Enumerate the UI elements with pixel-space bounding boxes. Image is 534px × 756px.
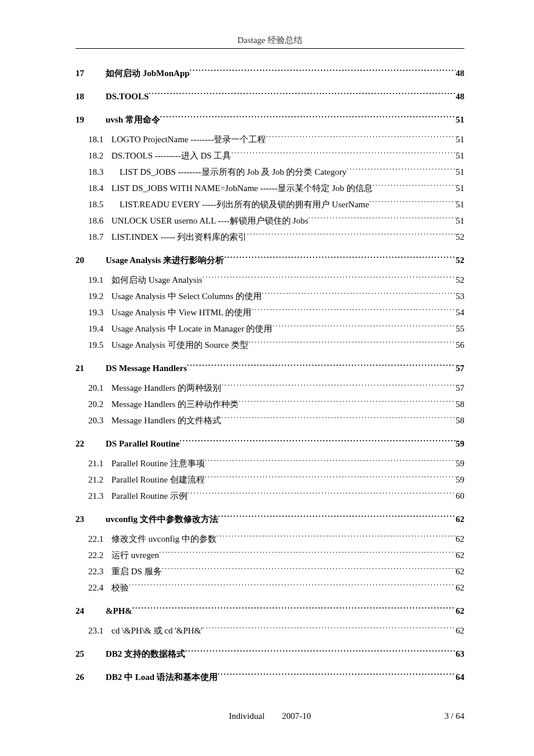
toc-section-entry[interactable]: 18.2DS.TOOLS ---------进入 DS 工具51 bbox=[75, 149, 464, 163]
toc-leader-dots bbox=[203, 624, 456, 634]
toc-entry-page: 59 bbox=[456, 473, 464, 487]
toc-section-entry[interactable]: 22.4校验62 bbox=[75, 581, 464, 595]
toc-section-entry[interactable]: 20.3Message Handlers 的文件格式58 bbox=[75, 413, 464, 427]
toc-entry-page: 48 bbox=[456, 66, 464, 80]
toc-section-entry[interactable]: 23.1cd \&PH\& 或 cd '&PH&'62 bbox=[75, 624, 464, 638]
toc-entry-number: 21.1 bbox=[88, 456, 111, 470]
toc-entry-number: 19 bbox=[75, 113, 106, 127]
toc-section-entry[interactable]: 22.3重启 DS 服务62 bbox=[75, 564, 464, 578]
toc-leader-dots bbox=[160, 113, 456, 123]
toc-entry-title: LOGTO ProjectName --------登录一个工程 bbox=[111, 132, 266, 146]
toc-entry-title: DB2 支持的数据格式 bbox=[106, 647, 185, 661]
toc-chapter-entry[interactable]: 22DS Parallel Routine59 bbox=[75, 437, 464, 451]
toc-chapter-entry[interactable]: 25DB2 支持的数据格式63 bbox=[75, 647, 464, 661]
toc-entry-title: LIST DS_JOBS WITH NAME=JobName ------显示某… bbox=[111, 181, 373, 195]
toc-leader-dots bbox=[205, 473, 456, 483]
document-page: Dastage 经验总结 17如何启动 JobMonApp4818DS.TOOL… bbox=[0, 0, 534, 756]
toc-entry-number: 26 bbox=[75, 670, 106, 684]
toc-entry-page: 62 bbox=[456, 512, 464, 526]
toc-entry-number: 18.3 bbox=[88, 165, 111, 179]
toc-entry-title: 重启 DS 服务 bbox=[111, 564, 162, 578]
toc-leader-dots bbox=[373, 182, 456, 192]
toc-entry-title: uvsh 常用命令 bbox=[106, 113, 160, 127]
toc-leader-dots bbox=[231, 149, 456, 159]
toc-section-entry[interactable]: 18.6UNLOCK USER userno ALL ----解锁用户锁住的 J… bbox=[75, 214, 464, 228]
toc-entry-page: 51 bbox=[456, 113, 464, 127]
toc-entry-page: 62 bbox=[456, 581, 464, 595]
toc-entry-page: 51 bbox=[456, 132, 464, 146]
toc-chapter-entry[interactable]: 21DS Message Handlers57 bbox=[75, 361, 464, 375]
toc-entry-title: Parallel Routine 注意事项 bbox=[111, 456, 205, 470]
toc-entry-title: Message Handlers 的两种级别 bbox=[111, 381, 221, 395]
toc-chapter-entry[interactable]: 19uvsh 常用命令51 bbox=[75, 113, 464, 127]
toc-entry-number: 20.2 bbox=[88, 397, 111, 411]
toc-entry-number: 19.4 bbox=[88, 322, 111, 336]
toc-entry-number: 19.3 bbox=[88, 305, 111, 319]
toc-leader-dots bbox=[221, 381, 456, 391]
toc-section-entry[interactable]: 18.7LIST.INDEX ----- 列出资料库的索引52 bbox=[75, 230, 464, 244]
toc-leader-dots bbox=[347, 165, 456, 175]
toc-section-entry[interactable]: 21.1Parallel Routine 注意事项59 bbox=[75, 456, 464, 470]
toc-entry-title: 如何启动 JobMonApp bbox=[106, 66, 190, 80]
toc-section-entry[interactable]: 18.4LIST DS_JOBS WITH NAME=JobName -----… bbox=[75, 181, 464, 195]
toc-section-entry[interactable]: 22.2运行 uvregen62 bbox=[75, 548, 464, 562]
toc-chapter-entry[interactable]: 17如何启动 JobMonApp48 bbox=[75, 66, 464, 80]
toc-entry-page: 54 bbox=[456, 305, 464, 319]
toc-entry-number: 19.1 bbox=[88, 273, 111, 287]
toc-entry-number: 22.2 bbox=[88, 548, 111, 562]
toc-entry-number: 19.5 bbox=[88, 338, 111, 352]
toc-chapter-entry[interactable]: 24&PH&62 bbox=[75, 604, 464, 618]
toc-leader-dots bbox=[149, 90, 456, 100]
toc-leader-dots bbox=[221, 414, 456, 424]
toc-section-entry[interactable]: 22.1修改文件 uvconfig 中的参数62 bbox=[75, 532, 464, 546]
toc-section-entry[interactable]: 19.1如何启动 Usage Analysis52 bbox=[75, 273, 464, 287]
toc-entry-number: 18.6 bbox=[88, 214, 111, 228]
toc-leader-dots bbox=[159, 549, 456, 559]
toc-chapter-entry[interactable]: 23uvconfig 文件中参数修改方法62 bbox=[75, 512, 464, 526]
toc-entry-page: 51 bbox=[456, 197, 464, 211]
toc-entry-title: Message Handlers 的文件格式 bbox=[111, 413, 221, 427]
toc-chapter-entry[interactable]: 20Usage Analysis 来进行影响分析52 bbox=[75, 253, 464, 267]
toc-section-entry[interactable]: 20.2Message Handlers 的三种动作种类58 bbox=[75, 397, 464, 411]
toc-leader-dots bbox=[224, 254, 456, 264]
toc-entry-number: 20.1 bbox=[88, 381, 111, 395]
toc-section-entry[interactable]: 18.3LIST DS_JOBS --------显示所有的 Job 及 Job… bbox=[75, 165, 464, 179]
toc-entry-number: 23 bbox=[75, 512, 106, 526]
toc-leader-dots bbox=[308, 214, 456, 224]
toc-section-entry[interactable]: 21.3Parallel Routine 示例60 bbox=[75, 489, 464, 503]
toc-section-entry[interactable]: 21.2Parallel Routine 创建流程59 bbox=[75, 473, 464, 487]
toc-section-entry[interactable]: 18.5LIST.READU EVERY -----列出所有的锁及锁的拥有用户 … bbox=[75, 197, 464, 211]
toc-entry-number: 18.2 bbox=[88, 149, 111, 163]
toc-entry-title: Usage Analysis 中 Locate in Manager 的使用 bbox=[111, 322, 272, 336]
toc-section-entry[interactable]: 20.1Message Handlers 的两种级别57 bbox=[75, 381, 464, 395]
toc-leader-dots bbox=[162, 565, 456, 575]
toc-section-entry[interactable]: 19.3Usage Analysis 中 View HTML 的使用54 bbox=[75, 305, 464, 319]
table-of-contents: 17如何启动 JobMonApp4818DS.TOOLS4819uvsh 常用命… bbox=[75, 66, 464, 684]
toc-entry-page: 56 bbox=[456, 338, 464, 352]
toc-entry-title: DS Message Handlers bbox=[106, 361, 187, 375]
toc-section-entry[interactable]: 19.2Usage Analysis 中 Select Columns 的使用5… bbox=[75, 289, 464, 303]
toc-section-entry[interactable]: 19.5Usage Analysis 可使用的 Source 类型56 bbox=[75, 338, 464, 352]
toc-leader-dots bbox=[185, 647, 456, 657]
toc-entry-page: 62 bbox=[456, 548, 464, 562]
toc-entry-number: 22.4 bbox=[88, 581, 111, 595]
toc-chapter-entry[interactable]: 26DB2 中 Load 语法和基本使用64 bbox=[75, 670, 464, 684]
toc-leader-dots bbox=[187, 362, 456, 372]
toc-leader-dots bbox=[205, 457, 456, 467]
toc-entry-number: 20 bbox=[75, 253, 106, 267]
toc-entry-number: 19.2 bbox=[88, 289, 111, 303]
toc-entry-page: 51 bbox=[456, 181, 464, 195]
toc-entry-number: 18.7 bbox=[88, 230, 111, 244]
page-footer: Individual 2007-10 3 / 64 bbox=[75, 711, 464, 721]
toc-entry-page: 63 bbox=[456, 647, 464, 661]
toc-entry-number: 22.1 bbox=[88, 532, 111, 546]
toc-leader-dots bbox=[218, 513, 456, 523]
toc-section-entry[interactable]: 18.1LOGTO ProjectName --------登录一个工程51 bbox=[75, 132, 464, 146]
toc-chapter-entry[interactable]: 18DS.TOOLS48 bbox=[75, 89, 464, 103]
toc-leader-dots bbox=[248, 339, 456, 348]
toc-section-entry[interactable]: 19.4Usage Analysis 中 Locate in Manager 的… bbox=[75, 322, 464, 336]
toc-entry-page: 59 bbox=[456, 456, 464, 470]
toc-entry-number: 22.3 bbox=[88, 564, 111, 578]
toc-entry-number: 22 bbox=[75, 437, 106, 451]
toc-entry-number: 21 bbox=[75, 361, 106, 375]
